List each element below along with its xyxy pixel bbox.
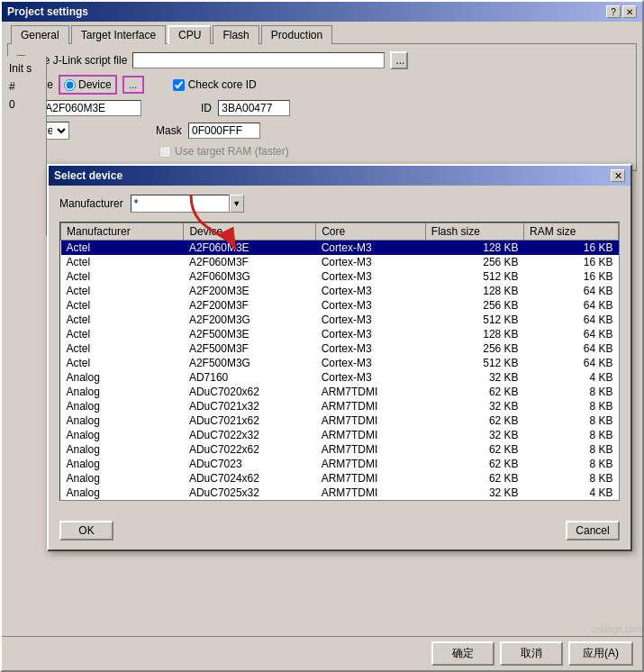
device-table: Manufacturer Device Core Flash size RAM …: [60, 222, 619, 501]
tab-general[interactable]: General: [11, 25, 69, 44]
table-row[interactable]: ActelA2F060M3ECortex-M3128 KB16 KB: [61, 241, 619, 256]
table-row[interactable]: AnalogADuC7021x62ARM7TDMI62 KB8 KB: [61, 413, 619, 428]
manufacturer-label: Manufacturer: [59, 197, 123, 210]
tab-production[interactable]: Production: [261, 25, 332, 44]
close-button[interactable]: ✕: [622, 5, 637, 18]
device-radio[interactable]: [64, 79, 76, 91]
device-box: Device: [59, 75, 117, 95]
table-row[interactable]: ActelA2F060M3GCortex-M3512 KB16 KB: [61, 269, 619, 284]
device-table-container[interactable]: Manufacturer Device Core Flash size RAM …: [59, 222, 620, 501]
table-row[interactable]: ActelA2F200M3GCortex-M3512 KB64 KB: [61, 313, 619, 327]
tab-flash[interactable]: Flash: [213, 25, 259, 44]
apply-button[interactable]: 应用(A): [568, 641, 633, 666]
target-ram-checkbox[interactable]: [159, 146, 171, 158]
dialog-cancel-button[interactable]: Cancel: [566, 521, 620, 540]
check-core-id-label[interactable]: Check core ID: [173, 78, 257, 91]
side-panel: Init s # 0: [2, 56, 47, 236]
side-zero[interactable]: 0: [5, 95, 42, 114]
core-device-row: Core Device ... Check core ID: [15, 75, 629, 95]
endian-mask-row: Little endian Mask: [15, 122, 629, 140]
title-bar-buttons: ? ✕: [606, 5, 637, 18]
device-radio-label[interactable]: Device: [64, 78, 112, 91]
manufacturer-row: Manufacturer ▼: [59, 195, 620, 213]
col-manufacturer[interactable]: Manufacturer: [61, 223, 184, 241]
dialog-title-bar: Select device ✕: [49, 166, 630, 186]
table-row[interactable]: AnalogADuC7022x32ARM7TDMI32 KB8 KB: [61, 428, 619, 442]
manufacturer-input[interactable]: [131, 195, 230, 213]
dialog-close-button[interactable]: ✕: [611, 169, 625, 182]
table-row[interactable]: AnalogADuC7025x32ARM7TDMI32 KB4 KB: [61, 486, 619, 500]
device-browse-button[interactable]: ...: [122, 76, 144, 94]
tab-target-interface[interactable]: Target Interface: [71, 25, 166, 44]
jlink-browse-button[interactable]: ...: [390, 51, 408, 69]
col-flash-size[interactable]: Flash size: [425, 223, 523, 241]
table-row[interactable]: ActelA2F200M3FCortex-M3256 KB64 KB: [61, 298, 619, 313]
tab-cpu[interactable]: CPU: [168, 25, 211, 44]
confirm-button[interactable]: 确定: [431, 641, 494, 666]
main-window-title: Project settings: [7, 5, 88, 18]
table-row[interactable]: ActelA2F500M3ECortex-M3128 KB64 KB: [61, 327, 619, 341]
tab-bar: General Target Interface CPU Flash Produ…: [7, 25, 637, 44]
table-row[interactable]: AnalogAD7160Cortex-M332 KB4 KB: [61, 370, 619, 385]
dialog-title: Select device: [54, 169, 122, 182]
col-device[interactable]: Device: [184, 223, 316, 241]
cpu-tab-content: Use J-Link script file ... Core Device .: [7, 43, 637, 171]
main-content: General Target Interface CPU Flash Produ…: [2, 22, 642, 175]
side-hash[interactable]: #: [5, 77, 42, 95]
device-name-row: ID: [15, 100, 629, 116]
table-row[interactable]: ActelA2F200M3ECortex-M3128 KB64 KB: [61, 284, 619, 298]
col-core[interactable]: Core: [316, 223, 426, 241]
manufacturer-combo: ▼: [131, 195, 244, 213]
target-ram-row: Use target RAM (faster): [15, 145, 629, 158]
jlink-script-row: Use J-Link script file ...: [15, 51, 629, 69]
check-core-id-checkbox[interactable]: [173, 79, 185, 91]
table-row[interactable]: ActelA2F500M3FCortex-M3256 KB64 KB: [61, 341, 619, 356]
dialog-ok-button[interactable]: OK: [59, 521, 113, 540]
mask-input[interactable]: [188, 123, 260, 139]
target-ram-label[interactable]: Use target RAM (faster): [159, 145, 289, 158]
help-button[interactable]: ?: [606, 5, 621, 18]
table-row[interactable]: ActelA2F500M3GCortex-M3512 KB64 KB: [61, 356, 619, 370]
id-input[interactable]: [218, 100, 290, 116]
side-init[interactable]: Init s: [5, 59, 42, 77]
col-ram-size[interactable]: RAM size: [524, 223, 619, 241]
jlink-script-input[interactable]: [132, 52, 385, 68]
table-row[interactable]: AnalogADuC7020x62ARM7TDMI62 KB8 KB: [61, 385, 619, 399]
table-row[interactable]: AnalogADuC7022x62ARM7TDMI62 KB8 KB: [61, 442, 619, 457]
table-row[interactable]: AnalogADuC7021x32ARM7TDMI32 KB8 KB: [61, 399, 619, 413]
table-row[interactable]: AnalogADuC7025x62ARM7TDMI62 KB8 KB: [61, 500, 619, 501]
watermark: cnblogs.com: [592, 624, 642, 634]
select-device-dialog: Select device ✕ Manufacturer ▼ Manufactu…: [47, 164, 632, 551]
manufacturer-dropdown-button[interactable]: ▼: [230, 195, 244, 213]
title-bar: Project settings ? ✕: [2, 2, 642, 22]
dialog-footer: OK Cancel: [49, 513, 630, 548]
bottom-cancel-button[interactable]: 取消: [500, 641, 563, 666]
bottom-bar: 确定 取消 应用(A): [2, 636, 642, 670]
table-row[interactable]: ActelA2F060M3FCortex-M3256 KB16 KB: [61, 255, 619, 269]
table-row[interactable]: AnalogADuC7023ARM7TDMI62 KB8 KB: [61, 457, 619, 471]
table-row[interactable]: AnalogADuC7024x62ARM7TDMI62 KB8 KB: [61, 471, 619, 486]
main-window: Project settings ? ✕ General Target Inte…: [0, 0, 644, 672]
dialog-body: Manufacturer ▼ Manufacturer Device Core …: [49, 186, 630, 510]
